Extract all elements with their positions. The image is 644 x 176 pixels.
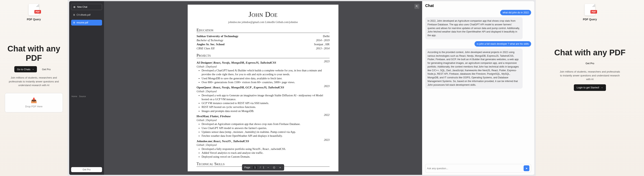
landing-left: PDF Query Chat with any PDF Go to Chats …	[0, 0, 68, 176]
pdf-icon	[585, 4, 595, 16]
sidebar-get-pro-button[interactable]: Get Pro	[71, 167, 102, 172]
sidebar-file-item[interactable]: 🗎 CV-dfweb.pdf	[71, 12, 102, 18]
resume-contact: johndoe.me johndoe@gmail.com LinkedIn Gi…	[196, 20, 330, 24]
landing-right: PDF Query Chat with any PDF Get Pro Join…	[536, 0, 644, 176]
login-button[interactable]: Login to get Started! →	[574, 84, 606, 91]
headline: Chat with any PDF	[554, 48, 626, 57]
logo-block: PDF Query	[583, 4, 597, 21]
send-button[interactable]: ➤	[524, 165, 530, 171]
resume-name: John Doe	[196, 9, 330, 20]
arrow-right-icon: →	[600, 86, 603, 89]
chat-message-user: what did john do in 2022	[500, 10, 531, 15]
go-to-chats-button[interactable]: Go to Chats →	[14, 66, 37, 72]
chat-input[interactable]	[427, 167, 522, 170]
chat-message-ai: According to the provided context, John …	[425, 48, 522, 89]
dropzone-text: Drop PDF Here	[25, 105, 42, 108]
popout-icon[interactable]: ⇱	[414, 4, 420, 9]
plus-icon: ⊕	[73, 6, 76, 8]
subtext: Join millions of students, researchers a…	[559, 70, 621, 81]
page-total: 1	[263, 166, 264, 169]
chat-panel: Chat what did john do in 2022 In 2022, J…	[422, 1, 534, 175]
resume-page: John Doe johndoe.me johndoe@gmail.com Li…	[188, 5, 338, 171]
send-icon: ➤	[526, 167, 528, 170]
file-name: resume.pdf	[76, 21, 88, 24]
section-projects: Projects	[196, 52, 330, 58]
pdf-icon	[28, 4, 39, 16]
go-to-chats-label: Go to Chats	[17, 68, 30, 71]
file-name: CV-dfweb.pdf	[76, 14, 90, 16]
pdf-viewer: ⇱ John Doe johndoe.me johndoe@gmail.com …	[104, 1, 422, 175]
page-label: Page	[244, 166, 250, 169]
inbox-icon: 📥	[31, 98, 37, 104]
chat-message-user: is john a full stack developer ? what ar…	[474, 41, 531, 46]
pdf-dropzone[interactable]: 📥 Drop PDF Here	[5, 93, 63, 112]
chat-body: what did john do in 2022 In 2022, John d…	[425, 10, 531, 162]
app-preview: ⊕ New Chat 🗎 CV-dfweb.pdf 🗎 resume.pdf H…	[68, 0, 536, 176]
new-chat-label: New Chat	[77, 6, 87, 8]
arrow-right-icon: →	[32, 68, 34, 71]
footer-home-link[interactable]: Home	[72, 95, 77, 98]
headline: Chat with any PDF	[6, 44, 62, 63]
chat-message-ai: In 2022, John developed an Agriculture c…	[425, 17, 522, 39]
sidebar-file-item-active[interactable]: 🗎 resume.pdf	[71, 20, 102, 26]
chat-title: Chat	[425, 4, 531, 8]
document-icon: 🗎	[73, 14, 76, 16]
app-name: PDF Query	[583, 18, 597, 21]
footer-source-link[interactable]: Source	[79, 95, 86, 98]
section-education: Education	[196, 27, 330, 33]
logo-block: PDF Query	[27, 4, 41, 21]
get-pro-button[interactable]: Get Pro	[583, 60, 597, 66]
app-name: PDF Query	[27, 18, 41, 21]
app-sidebar: ⊕ New Chat 🗎 CV-dfweb.pdf 🗎 resume.pdf H…	[69, 1, 104, 175]
pdf-toolbar: Page / 1 − ⊙ +	[242, 164, 284, 170]
get-pro-button[interactable]: Get Pro	[39, 66, 53, 72]
new-chat-button[interactable]: ⊕ New Chat	[71, 4, 102, 10]
subtext: Join millions of students, researchers a…	[6, 76, 62, 87]
zoom-reset-icon[interactable]: ⊙	[272, 166, 276, 169]
zoom-out-icon[interactable]: −	[266, 166, 270, 169]
zoom-in-icon[interactable]: +	[278, 166, 282, 169]
page-current-input[interactable]	[252, 165, 258, 170]
login-label: Login to get Started!	[576, 86, 599, 89]
document-icon: 🗎	[73, 21, 76, 24]
chat-input-row: ➤	[425, 164, 531, 172]
